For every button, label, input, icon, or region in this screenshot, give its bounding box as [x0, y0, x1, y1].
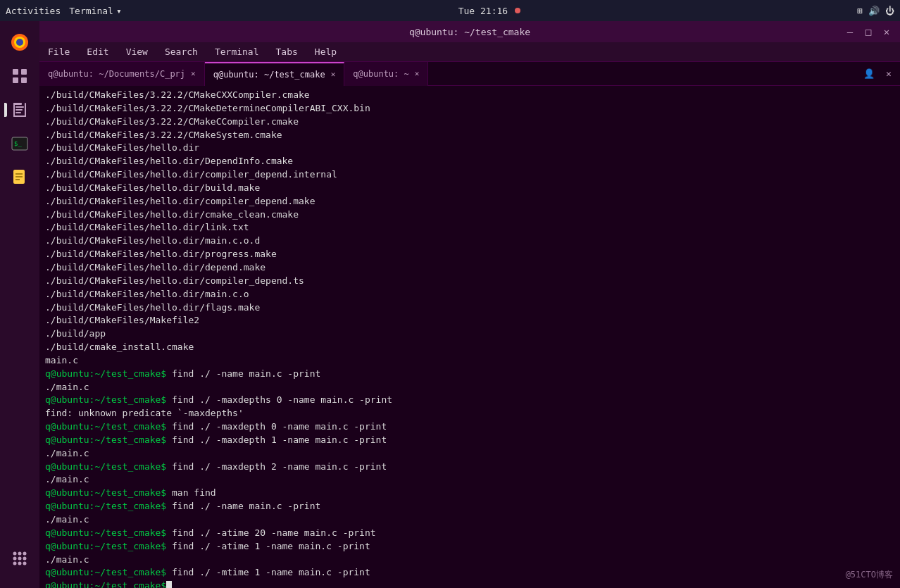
- tab-add-icon[interactable]: ✕: [880, 65, 897, 82]
- cmd-26: find ./ -maxdepth 0 -name main.c -print: [166, 421, 387, 432]
- terminal-menu-label: Terminal: [69, 6, 113, 16]
- menu-search[interactable]: Search: [162, 45, 201, 58]
- menu-bar: File Edit View Search Terminal Tabs Help: [39, 42, 900, 62]
- line-18: ./build/CMakeFiles/Makefile2: [45, 314, 894, 327]
- sidebar-item-settings[interactable]: [4, 61, 35, 92]
- svg-point-27: [18, 562, 22, 565]
- line-13: ./build/CMakeFiles/hello.dir/progress.ma…: [45, 248, 894, 261]
- svg-rect-12: [15, 109, 23, 111]
- svg-point-24: [18, 557, 22, 561]
- cmd-35: find ./ -atime 1 -name main.c -print: [166, 541, 370, 551]
- menu-terminal[interactable]: Terminal: [212, 45, 262, 58]
- svg-rect-10: [25, 103, 26, 117]
- tab-close-home[interactable]: ✕: [415, 70, 420, 77]
- active-indicator: [4, 103, 7, 117]
- prompt-37: q@ubuntu:~/test_cmake$: [45, 567, 166, 577]
- svg-rect-11: [15, 106, 24, 108]
- svg-rect-6: [21, 77, 27, 83]
- tab-bar: q@ubuntu: ~/Documents/C_prj ✕ q@ubuntu: …: [39, 62, 900, 86]
- cmd-32: find ./ -name main.c -print: [166, 501, 320, 511]
- sidebar: $_: [0, 21, 39, 588]
- sidebar-item-notes[interactable]: [4, 162, 35, 193]
- tab-user-icon[interactable]: 👤: [861, 65, 877, 82]
- line-9: ./build/CMakeFiles/hello.dir/compiler_de…: [45, 195, 894, 208]
- cmd-24: find ./ -maxdepths 0 -name main.c -print: [166, 394, 392, 405]
- network-icon: ⊞: [857, 6, 863, 16]
- tab-close-documents[interactable]: ✕: [191, 70, 196, 77]
- line-26: q@ubuntu:~/test_cmake$ find ./ -maxdepth…: [45, 420, 894, 434]
- line-38: q@ubuntu:~/test_cmake$: [45, 580, 894, 588]
- menu-view[interactable]: View: [123, 45, 151, 58]
- svg-rect-4: [21, 69, 27, 75]
- line-6: ./build/CMakeFiles/hello.dir/DependInfo.…: [45, 155, 894, 168]
- line-3: ./build/CMakeFiles/3.22.2/CMakeCCompiler…: [45, 115, 894, 129]
- sidebar-item-terminal[interactable]: $_: [4, 128, 35, 159]
- tab-label: q@ubuntu: ~/Documents/C_prj: [48, 69, 185, 79]
- prompt-32: q@ubuntu:~/test_cmake$: [45, 501, 166, 511]
- svg-point-2: [16, 39, 23, 46]
- maximize-button[interactable]: □: [861, 24, 876, 39]
- line-32: q@ubuntu:~/test_cmake$ find ./ -name mai…: [45, 500, 894, 513]
- sidebar-item-firefox[interactable]: [4, 27, 35, 58]
- line-22: q@ubuntu:~/test_cmake$ find ./ -name mai…: [45, 368, 894, 381]
- menu-file[interactable]: File: [45, 45, 73, 58]
- line-8: ./build/CMakeFiles/hello.dir/build.make: [45, 182, 894, 195]
- svg-point-25: [23, 557, 27, 561]
- line-2: ./build/CMakeFiles/3.22.2/CMakeDetermine…: [45, 102, 894, 115]
- tab-test-cmake[interactable]: q@ubuntu: ~/test_cmake ✕: [205, 62, 345, 86]
- line-10: ./build/CMakeFiles/hello.dir/cmake_clean…: [45, 208, 894, 222]
- terminal-menu-button[interactable]: Terminal ▾: [69, 6, 121, 16]
- power-icon[interactable]: ⏻: [885, 6, 894, 16]
- dot-indicator: [515, 8, 520, 13]
- prompt-31: q@ubuntu:~/test_cmake$: [45, 487, 166, 498]
- window-controls: — □ ✕: [842, 24, 894, 39]
- line-11: ./build/CMakeFiles/hello.dir/link.txt: [45, 221, 894, 234]
- tab-home[interactable]: q@ubuntu: ~ ✕: [344, 62, 428, 86]
- menu-edit[interactable]: Edit: [84, 45, 111, 58]
- main-area: q@ubuntu: ~/test_cmake — □ ✕ File Edit V…: [39, 21, 900, 588]
- svg-rect-3: [13, 69, 18, 75]
- activities-button[interactable]: Activities: [6, 6, 61, 16]
- tab-right-icons: 👤 ✕: [861, 65, 900, 82]
- menu-help[interactable]: Help: [312, 45, 339, 58]
- prompt-26: q@ubuntu:~/test_cmake$: [45, 421, 166, 432]
- line-17: ./build/CMakeFiles/hello.dir/flags.make: [45, 301, 894, 315]
- tab-label-home: q@ubuntu: ~: [353, 69, 408, 79]
- datetime-label: Tue 21:16: [458, 6, 508, 16]
- window-title: q@ubuntu: ~/test_cmake: [409, 27, 530, 37]
- line-12: ./build/CMakeFiles/hello.dir/main.c.o.d: [45, 234, 894, 248]
- line-1: ./build/CMakeFiles/3.22.2/CMakeCXXCompil…: [45, 89, 894, 102]
- menu-tabs[interactable]: Tabs: [273, 45, 301, 58]
- svg-text:$_: $_: [14, 140, 22, 147]
- terminal-menu-arrow: ▾: [116, 6, 122, 16]
- line-7: ./build/CMakeFiles/hello.dir/compiler_de…: [45, 168, 894, 182]
- system-bar-center: Tue 21:16: [458, 6, 520, 16]
- line-34: q@ubuntu:~/test_cmake$ find ./ -atime 20…: [45, 527, 894, 540]
- line-24: q@ubuntu:~/test_cmake$ find ./ -maxdepth…: [45, 394, 894, 407]
- line-21: main.c: [45, 354, 894, 368]
- svg-rect-5: [13, 77, 18, 83]
- minimize-button[interactable]: —: [842, 24, 858, 39]
- prompt-29: q@ubuntu:~/test_cmake$: [45, 461, 166, 472]
- line-16: ./build/CMakeFiles/hello.dir/main.c.o: [45, 288, 894, 301]
- line-14: ./build/CMakeFiles/hello.dir/depend.make: [45, 261, 894, 275]
- close-button[interactable]: ✕: [879, 24, 894, 39]
- svg-point-21: [18, 552, 22, 556]
- tab-close-test-cmake[interactable]: ✕: [331, 70, 336, 78]
- line-33: ./main.c: [45, 513, 894, 527]
- tab-label-active: q@ubuntu: ~/test_cmake: [213, 70, 325, 80]
- system-bar: Activities Terminal ▾ Tue 21:16 ⊞ 🔊 ⏻: [0, 0, 900, 21]
- line-28: ./main.c: [45, 447, 894, 461]
- tab-documents[interactable]: q@ubuntu: ~/Documents/C_prj ✕: [39, 62, 205, 86]
- prompt-38: q@ubuntu:~/test_cmake$: [45, 580, 166, 588]
- line-37: q@ubuntu:~/test_cmake$ find ./ -mtime 1 …: [45, 566, 894, 580]
- prompt-24: q@ubuntu:~/test_cmake$: [45, 394, 166, 405]
- sidebar-item-apps[interactable]: [4, 543, 35, 574]
- svg-rect-8: [13, 103, 15, 117]
- sidebar-item-files[interactable]: [4, 94, 35, 125]
- cmd-37: find ./ -mtime 1 -name main.c -print: [166, 567, 370, 577]
- svg-rect-13: [15, 112, 21, 113]
- line-36: ./main.c: [45, 553, 894, 567]
- title-bar: q@ubuntu: ~/test_cmake — □ ✕: [39, 21, 900, 42]
- terminal-output[interactable]: ./build/CMakeFiles/3.22.2/CMakeCXXCompil…: [39, 86, 900, 588]
